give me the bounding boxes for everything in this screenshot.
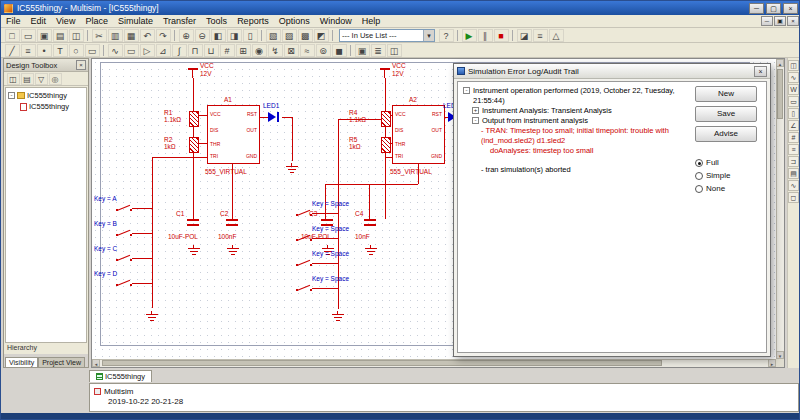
zoom-out-icon[interactable]: ⊖ (195, 29, 210, 42)
place-comment-icon[interactable]: ▭ (85, 44, 100, 57)
scroll-left-icon[interactable]: ◂ (92, 359, 100, 367)
place-text-icon[interactable]: T (53, 44, 68, 57)
tree-expand-icon[interactable]: - (8, 92, 15, 99)
transistor-icon[interactable]: ⊿ (156, 44, 171, 57)
list-item[interactable]: Multisim (94, 386, 794, 396)
rf-icon[interactable]: ≈ (300, 44, 315, 57)
menu-item-file[interactable]: File (1, 16, 26, 26)
scroll-down-icon[interactable]: ▾ (776, 351, 784, 359)
analog-icon[interactable]: ∫ (172, 44, 187, 57)
undo-icon[interactable]: ↶ (140, 29, 155, 42)
misc-icon[interactable]: ⊠ (284, 44, 299, 57)
function-generator-icon[interactable]: ∿ (788, 72, 799, 83)
ground-symbol[interactable] (365, 245, 377, 255)
zoom-area-icon[interactable]: ◧ (211, 29, 226, 42)
menu-item-simulate[interactable]: Simulate (113, 16, 158, 26)
radio-circle[interactable] (695, 159, 703, 167)
help-icon[interactable]: ? (439, 29, 454, 42)
advise-button[interactable]: Advise (695, 126, 757, 142)
iv-analyzer-icon[interactable]: ∿ (788, 180, 799, 191)
child-restore-button[interactable]: ▣ (774, 16, 786, 26)
menu-item-window[interactable]: Window (315, 16, 357, 26)
menu-item-help[interactable]: Help (357, 16, 386, 26)
ground-symbol[interactable] (332, 311, 344, 321)
design-toolbox-close-icon[interactable]: × (76, 60, 86, 70)
word-generator-icon[interactable]: ≡ (788, 144, 799, 155)
filter-icon[interactable]: ▽ (35, 73, 48, 85)
radio-circle[interactable] (695, 172, 703, 180)
error-log-line[interactable]: -Instrument operation performed (2019, O… (463, 86, 688, 106)
switch-component[interactable] (116, 229, 132, 238)
resistor-component[interactable] (381, 111, 391, 127)
zoom-in-icon[interactable]: ⊕ (179, 29, 194, 42)
electromechanical-icon[interactable]: ⊚ (316, 44, 331, 57)
capacitor-component[interactable] (226, 219, 238, 227)
tab-project-view[interactable]: Project View (38, 357, 85, 367)
frequency-counter-icon[interactable]: # (788, 132, 799, 143)
mcu-icon[interactable]: ◼ (332, 44, 347, 57)
horizontal-scrollbar[interactable]: ◂ ▸ (92, 359, 776, 367)
error-log-line[interactable]: +Instrument Analysis: Transient Analysis (463, 106, 688, 116)
resistor-component[interactable] (189, 137, 199, 153)
basic-icon[interactable]: ▭ (124, 44, 139, 57)
scroll-right-icon[interactable]: ▸ (768, 359, 776, 367)
tab-visibility[interactable]: Visibility (5, 357, 38, 367)
vertical-scrollbar[interactable]: ▴ ▾ (776, 59, 784, 359)
distortion-analyzer-icon[interactable]: ◻ (788, 192, 799, 203)
in-use-list-combo[interactable]: --- In Use List ---▾ (339, 29, 435, 42)
folder-icon[interactable]: ▤ (21, 73, 34, 85)
menu-item-reports[interactable]: Reports (232, 16, 274, 26)
error-log-line[interactable]: doAnalyses: timestep too small (463, 146, 688, 156)
vcc-symbol[interactable] (379, 68, 391, 78)
stop-icon[interactable]: ■ (494, 29, 509, 42)
error-log-line[interactable]: - TRAN: Timestep too small; initial time… (463, 126, 688, 146)
tree-expand-icon[interactable]: + (472, 107, 479, 114)
place-graphic-icon[interactable]: ○ (69, 44, 84, 57)
vertical-scroll-thumb[interactable] (777, 69, 783, 119)
timer-555-component[interactable]: VCCDISTHRTRIRSTOUTGND (392, 105, 445, 164)
mixed-icon[interactable]: ⊞ (236, 44, 251, 57)
breadboard-icon[interactable]: ◩ (314, 29, 329, 42)
pause-icon[interactable]: ∥ (478, 29, 493, 42)
switch-component[interactable] (296, 259, 312, 268)
spreadsheet-view-icon[interactable]: ▨ (282, 29, 297, 42)
misc-digital-icon[interactable]: # (220, 44, 235, 57)
hierarchical-block-icon[interactable]: ▣ (355, 44, 370, 57)
postprocessor-icon[interactable]: △ (549, 29, 564, 42)
radio-circle[interactable] (695, 185, 703, 193)
four-channel-scope-icon[interactable]: ▯ (788, 108, 799, 119)
chevron-down-icon[interactable]: ▾ (423, 30, 434, 41)
layers-icon[interactable]: ◫ (7, 73, 20, 85)
place-wire-icon[interactable]: ╱ (5, 44, 20, 57)
ground-symbol[interactable] (146, 311, 158, 321)
diode-icon[interactable]: ▷ (140, 44, 155, 57)
save-button[interactable]: Save (695, 106, 757, 122)
error-log-line[interactable]: - tran simulation(s) aborted (463, 165, 688, 175)
paste-icon[interactable]: ▦ (124, 29, 139, 42)
save-icon[interactable]: ▣ (37, 29, 52, 42)
wattmeter-icon[interactable]: W (788, 84, 799, 95)
subcircuit-icon[interactable]: ◫ (387, 44, 402, 57)
indicator-icon[interactable]: ◉ (252, 44, 267, 57)
dialog-titlebar[interactable]: Simulation Error Log/Audit Trail × (454, 64, 770, 79)
radio-simple[interactable]: Simple (695, 169, 761, 182)
cut-icon[interactable]: ✂ (92, 29, 107, 42)
tree-expand-icon[interactable]: - (472, 117, 479, 124)
capacitor-component[interactable] (364, 219, 376, 227)
switch-component[interactable] (116, 254, 132, 263)
radio-none[interactable]: None (695, 182, 761, 195)
list-item[interactable]: 2019-10-22 20-21-28 (94, 396, 794, 406)
open-file-icon[interactable]: ▭ (21, 29, 36, 42)
resistor-component[interactable] (381, 137, 391, 153)
grapher-icon[interactable]: ◪ (517, 29, 532, 42)
timer-555-component[interactable]: VCCDISTHRTRIRSTOUTGND (207, 105, 260, 164)
maximize-button[interactable]: ▢ (766, 3, 781, 14)
switch-component[interactable] (296, 284, 312, 293)
minimize-button[interactable]: ─ (749, 3, 764, 14)
database-icon[interactable]: ▩ (298, 29, 313, 42)
multimeter-icon[interactable]: ◫ (788, 60, 799, 71)
vcc-symbol[interactable] (187, 68, 199, 78)
switch-component[interactable] (116, 204, 132, 213)
bode-plotter-icon[interactable]: ∠ (788, 120, 799, 131)
tree-item[interactable]: IC555thingy (6, 101, 86, 112)
